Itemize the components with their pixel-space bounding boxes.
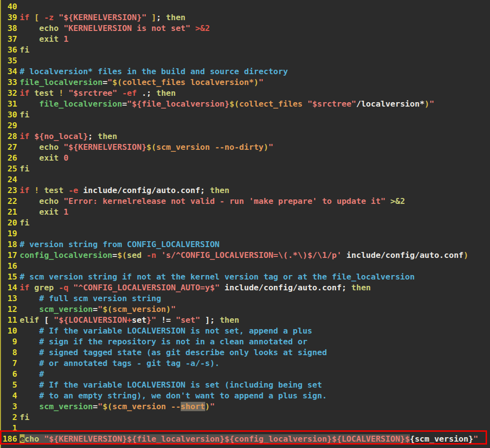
code-token: =: [112, 251, 117, 260]
code-line[interactable]: 8 # signed tagged state (as git describe…: [0, 347, 490, 358]
code-line[interactable]: 27 echo "${KERNELVERSION}$(scm_version -…: [0, 142, 490, 153]
code-line[interactable]: 36fi: [0, 45, 490, 56]
code-token: # sign if the repository is not in a cle…: [39, 337, 307, 346]
code-line[interactable]: 19: [0, 228, 490, 239]
code-token: $(: [112, 78, 122, 87]
code-token: # version string from CONFIG_LOCALVERSIO…: [20, 240, 219, 249]
code-token: "${KERNELVERSION}": [59, 13, 147, 22]
code-token: 0: [63, 153, 68, 163]
line-number: 20: [0, 218, 17, 228]
code-line[interactable]: 26 exit 0: [0, 153, 490, 164]
terminal-vim-window: 4039if [ -z "${KERNELVERSION}" ]; then38…: [0, 0, 490, 448]
code-line[interactable]: 3 scm_version="$(scm_version --short)": [0, 401, 490, 412]
code-line[interactable]: 11elif [ "${LOCALVERSION+set}" != "set" …: [0, 315, 490, 326]
code-token: # to an empty string), we don't want to …: [39, 391, 327, 400]
code-token: [146, 13, 151, 22]
line-number: 11: [0, 315, 17, 326]
code-token: "${KERNELVERSION}: [63, 142, 146, 152]
code-line[interactable]: 28if ${no_local}; then: [0, 131, 490, 142]
code-token: short: [181, 402, 205, 411]
code-token: ];: [200, 315, 220, 325]
code-buffer[interactable]: 4039if [ -z "${KERNELVERSION}" ]; then38…: [0, 1, 490, 445]
code-token: ": [269, 142, 273, 152]
code-token: .;: [136, 88, 156, 98]
code-token: [141, 251, 146, 260]
code-token: then: [352, 283, 371, 292]
code-line[interactable]: 13 # full scm version string: [0, 293, 490, 304]
code-line[interactable]: 24: [0, 174, 490, 185]
code-line[interactable]: 29: [0, 120, 490, 131]
code-line[interactable]: 35: [0, 56, 490, 66]
line-number: 10: [0, 326, 17, 336]
code-line[interactable]: 17config_localversion=$(sed -n 's/^CONFI…: [0, 250, 490, 261]
code-line[interactable]: 21 exit 1: [0, 207, 490, 218]
code-line[interactable]: 37 exit 1: [0, 34, 490, 45]
code-line[interactable]: 9 # sign if the repository is not in a c…: [0, 336, 490, 347]
code-token: collect_files: [239, 99, 302, 109]
code-line[interactable]: 5 # If the variable LOCALVERSION is set …: [0, 380, 490, 391]
code-line[interactable]: 38 echo "KERNELVERSION is not set" >&2: [0, 23, 490, 34]
code-token: /localversion*: [356, 99, 425, 109]
code-token: fi: [20, 413, 29, 422]
code-token: [20, 207, 39, 217]
code-line[interactable]: 40: [0, 1, 490, 12]
code-token: ): [425, 99, 430, 109]
code-line[interactable]: 16: [0, 261, 490, 272]
line-number: 29: [0, 120, 17, 131]
line-number: 9: [0, 336, 17, 347]
code-line[interactable]: 2fi: [0, 412, 490, 423]
code-token: $(: [117, 251, 127, 260]
code-token: cho: [25, 434, 39, 444]
code-line[interactable]: 15# scm version string if not at the ker…: [0, 272, 490, 282]
code-token: config_localversion: [20, 251, 112, 260]
code-token: then: [166, 13, 186, 22]
line-number: 28: [0, 131, 17, 142]
code-token: [20, 326, 39, 336]
code-token: if: [20, 283, 29, 292]
line-number: 19: [0, 228, 17, 239]
code-line[interactable]: 12 scm_version="$(scm_version)": [0, 304, 490, 315]
code-line[interactable]: 10 # If the variable LOCALVERSION is not…: [0, 326, 490, 336]
code-line[interactable]: 39if [ -z "${KERNELVERSION}" ]; then: [0, 12, 490, 23]
code-line[interactable]: 33file_localversion="$(collect_files loc…: [0, 77, 490, 88]
line-number: 14: [0, 282, 17, 293]
code-line[interactable]: 25fi: [0, 164, 490, 174]
code-token: fi: [20, 45, 29, 55]
code-token: $(: [229, 99, 239, 109]
line-number: 34: [0, 66, 17, 77]
code-line[interactable]: 4 # to an empty string), we don't want t…: [0, 391, 490, 401]
code-line[interactable]: 18# version string from CONFIG_LOCALVERS…: [0, 239, 490, 250]
code-line[interactable]: 7 # or annotated tags - git tag -a/-s).: [0, 358, 490, 369]
code-line[interactable]: 1: [0, 423, 490, 434]
line-number: 4: [0, 391, 17, 401]
code-token: grep: [34, 283, 54, 292]
code-token: [20, 369, 39, 379]
code-line[interactable]: 32if test ! "$srctree" -ef .; then: [0, 88, 490, 99]
code-token: [117, 88, 122, 98]
code-token: [191, 24, 195, 33]
code-token: sed: [127, 251, 142, 260]
code-token: [29, 283, 34, 292]
code-line[interactable]: 22 echo "Error: kernelrelease not valid …: [0, 196, 490, 207]
code-line[interactable]: 20fi: [0, 218, 490, 228]
code-line[interactable]: 31 file_localversion="${file_localversio…: [0, 99, 490, 110]
line-number: 39: [0, 12, 17, 23]
code-token: [59, 142, 64, 152]
code-token: fi: [20, 164, 29, 173]
code-token: # signed tagged state (as git describe o…: [39, 348, 327, 357]
code-line[interactable]: 23if ! test -e include/config/auto.conf;…: [0, 185, 490, 196]
line-number: 18: [0, 239, 17, 250]
code-token: [156, 251, 161, 260]
code-token: ": [210, 402, 215, 411]
code-token: -ef: [122, 88, 137, 98]
code-line[interactable]: 6 #: [0, 369, 490, 380]
code-token: 's/^CONFIG_LOCALVERSION=\(.*\)$/\1/p': [161, 251, 342, 260]
code-token: then: [210, 186, 229, 195]
code-token: [59, 34, 64, 44]
code-line[interactable]: 186echo "${KERNELVERSION}${file_localver…: [0, 434, 490, 445]
code-line[interactable]: 14if grep -q "^CONFIG_LOCALVERSION_AUTO=…: [0, 282, 490, 293]
code-line[interactable]: 30fi: [0, 110, 490, 120]
code-line[interactable]: 34# localversion* files in the build and…: [0, 66, 490, 77]
code-token: [20, 24, 39, 33]
code-token: ": [171, 305, 176, 314]
